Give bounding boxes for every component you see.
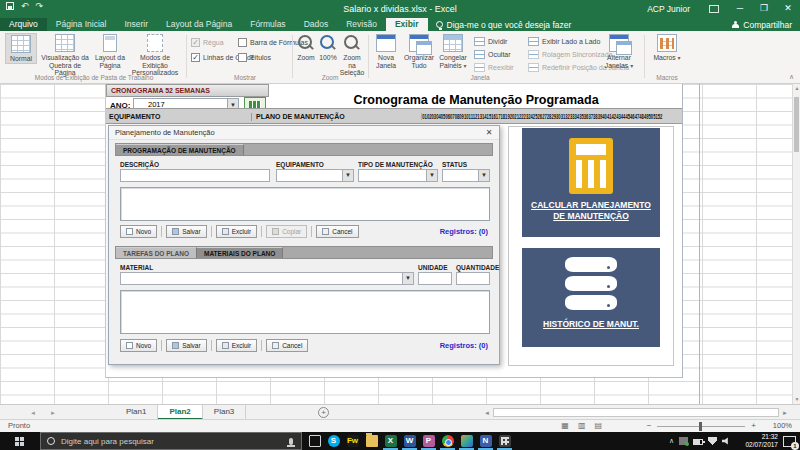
- arrange-all-button[interactable]: Organizar Tudo: [402, 33, 436, 69]
- ribbon-tab-p-gina-inicial[interactable]: Página Inicial: [47, 18, 116, 31]
- scrollbar-thumb[interactable]: [493, 408, 779, 417]
- page-break-preview-button[interactable]: Visualização da Quebra de Página: [39, 33, 91, 77]
- microphone-icon[interactable]: [289, 438, 293, 445]
- zoom-in-icon[interactable]: +: [751, 420, 756, 432]
- taskbar-notes[interactable]: N: [476, 432, 495, 450]
- scroll-left-icon[interactable]: ◄: [484, 410, 490, 416]
- historico-manutencao-button[interactable]: HISTÓRICO DE MANUT.: [522, 248, 660, 347]
- sheet-tab-plan1[interactable]: Plan1: [115, 405, 158, 420]
- status-dropdown[interactable]: ▼: [442, 169, 490, 182]
- cronograma-tab[interactable]: CRONOGRAMA 52 SEMANAS: [106, 84, 269, 97]
- taskbar-skype[interactable]: S: [324, 432, 343, 450]
- tab-programacao-manutencao[interactable]: PROGRAMAÇÃO DE MANUTENÇÃO: [116, 144, 244, 155]
- unidade-input[interactable]: [418, 272, 452, 285]
- quantidade-input[interactable]: [456, 272, 490, 285]
- zoom-level[interactable]: 100%: [773, 420, 792, 432]
- new-sheet-button[interactable]: +: [318, 407, 329, 418]
- taskbar-word[interactable]: W: [400, 432, 419, 450]
- scrollbar-thumb[interactable]: [794, 97, 799, 152]
- undo-icon[interactable]: ↶: [21, 1, 29, 11]
- sheet-tab-plan3[interactable]: Plan3: [203, 405, 246, 420]
- page-layout-button[interactable]: Layout da Página: [93, 33, 127, 69]
- taskbar-search[interactable]: Digite aqui para pesquisar: [40, 432, 302, 450]
- plan-excluir-button[interactable]: Excluir: [216, 225, 258, 238]
- taskbar-media[interactable]: [457, 432, 476, 450]
- ruler-checkbox[interactable]: Régua: [191, 38, 224, 47]
- save-icon[interactable]: [6, 2, 14, 10]
- ribbon-tab-revis-o[interactable]: Revisão: [337, 18, 386, 31]
- minimize-button[interactable]: ─: [728, 0, 752, 18]
- plan-salvar-button[interactable]: Salvar: [166, 225, 206, 238]
- maximize-button[interactable]: ❐: [752, 0, 776, 18]
- page-break-view-icon[interactable]: ▤: [594, 420, 602, 432]
- material-dropdown[interactable]: ▼: [120, 272, 414, 285]
- material-novo-button[interactable]: Novo: [120, 339, 157, 352]
- ribbon-tab-dados[interactable]: Dados: [295, 18, 338, 31]
- plans-listbox[interactable]: [120, 187, 490, 221]
- zoom-button[interactable]: Zoom: [295, 33, 317, 62]
- collapse-ribbon-icon[interactable]: ∧: [789, 73, 794, 81]
- taskbar-task-view[interactable]: [305, 432, 324, 450]
- scroll-down-icon[interactable]: ▼: [793, 395, 800, 404]
- ribbon-tab-layout-da-p-gina[interactable]: Layout da Página: [157, 18, 241, 31]
- horizontal-scrollbar[interactable]: ◄ ►: [484, 407, 788, 418]
- background-app-icon[interactable]: [679, 437, 688, 445]
- view-side-by-side-button[interactable]: Exibir Lado a Lado: [528, 37, 600, 46]
- ribbon-display-options-icon[interactable]: [709, 5, 719, 13]
- calcular-planejamento-button[interactable]: CALCULAR PLANEJAMENTO DE MANUTENÇÃO: [522, 128, 660, 237]
- switch-windows-button[interactable]: Alternar Janelas ▾: [600, 33, 638, 70]
- share-button[interactable]: Compartilhar: [732, 18, 792, 31]
- hide-button[interactable]: Ocultar: [474, 50, 511, 59]
- close-icon[interactable]: ✕: [482, 127, 496, 139]
- zoom-slider-track[interactable]: [657, 426, 745, 427]
- plan-novo-button[interactable]: Novo: [120, 225, 157, 238]
- next-sheet-icon[interactable]: ►: [50, 410, 56, 416]
- tab-materiais-do-plano[interactable]: MATERIAIS DO PLANO: [197, 247, 283, 258]
- taskbar-calculator[interactable]: [495, 432, 514, 450]
- battery-icon[interactable]: [693, 439, 703, 445]
- tell-me-box[interactable]: Diga-me o que você deseja fazer: [428, 18, 580, 31]
- zoom-to-selection-button[interactable]: Zoom na Seleção: [339, 33, 365, 77]
- split-button[interactable]: Dividir: [474, 37, 507, 46]
- prev-sheet-icon[interactable]: ◄: [30, 410, 36, 416]
- speaker-icon[interactable]: [722, 437, 731, 445]
- tray-expand-icon[interactable]: ∧: [669, 437, 674, 445]
- scroll-right-icon[interactable]: ►: [782, 410, 788, 416]
- close-button[interactable]: ✕: [776, 0, 800, 18]
- sheet-nav-arrows[interactable]: ◄►: [30, 405, 56, 420]
- headings-checkbox[interactable]: Títulos: [238, 53, 271, 62]
- action-center-icon[interactable]: 1: [783, 436, 796, 447]
- new-window-button[interactable]: Nova Janela: [372, 33, 400, 69]
- sheet-tab-plan2[interactable]: Plan2: [158, 405, 202, 420]
- zoom-slider-thumb[interactable]: [699, 422, 702, 431]
- zoom-100-button[interactable]: 100%: [318, 33, 338, 62]
- tipo-manutencao-dropdown[interactable]: ▼: [358, 169, 438, 182]
- vertical-scrollbar[interactable]: ▲ ▼: [792, 84, 800, 404]
- tab-tarefas-do-plano[interactable]: TAREFAS DO PLANO: [116, 247, 197, 258]
- page-layout-view-icon[interactable]: ▥: [578, 420, 586, 432]
- material-excluir-button[interactable]: Excluir: [216, 339, 258, 352]
- taskbar-excel[interactable]: X: [381, 432, 400, 450]
- descricao-input[interactable]: [120, 169, 270, 182]
- custom-views-button[interactable]: Modos de Exibição Personalizados: [129, 33, 181, 77]
- taskbar-paint[interactable]: P: [419, 432, 438, 450]
- material-salvar-button[interactable]: Salvar: [166, 339, 206, 352]
- materials-listbox[interactable]: [120, 290, 490, 334]
- ribbon-tab-f-rmulas[interactable]: Fórmulas: [241, 18, 294, 31]
- normal-view-icon[interactable]: ▦: [561, 420, 569, 432]
- material-cancel-button[interactable]: Cancel: [266, 339, 308, 352]
- plan-cancel-button[interactable]: Cancel: [316, 225, 358, 238]
- equipamento-dropdown[interactable]: ▼: [276, 169, 354, 182]
- clock[interactable]: 21:32 02/07/2017: [736, 433, 778, 449]
- normal-view-button[interactable]: Normal: [5, 33, 37, 64]
- macros-button[interactable]: Macros ▾: [650, 33, 684, 63]
- ribbon-tab-exibir[interactable]: Exibir: [386, 18, 428, 31]
- taskbar-fireworks[interactable]: Fw: [343, 432, 362, 450]
- ribbon-tab-arquivo[interactable]: Arquivo: [0, 18, 47, 31]
- taskbar-file-explorer[interactable]: [362, 432, 381, 450]
- freeze-panes-button[interactable]: Congelar Painéis ▾: [438, 33, 468, 70]
- account-name[interactable]: ACP Junior: [637, 4, 700, 14]
- start-button[interactable]: [0, 432, 38, 450]
- taskbar-chrome[interactable]: [438, 432, 457, 450]
- zoom-out-icon[interactable]: −: [647, 420, 652, 432]
